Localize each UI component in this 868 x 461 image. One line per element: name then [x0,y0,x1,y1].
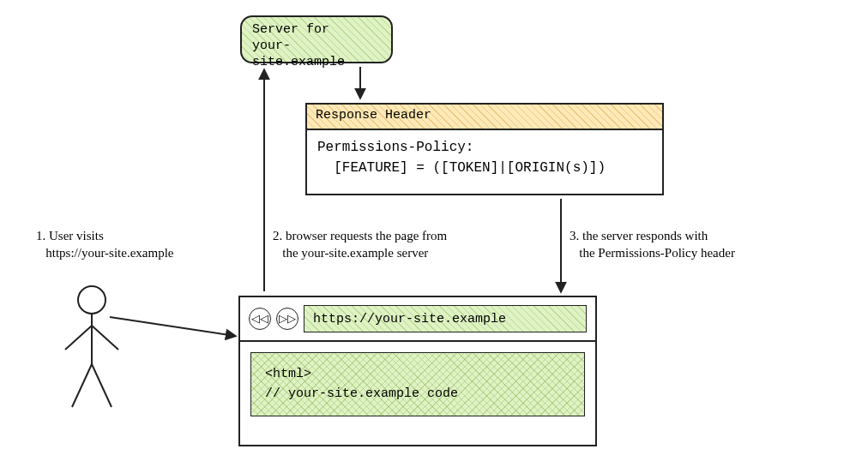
svg-point-0 [78,286,105,314]
svg-line-2 [65,326,92,350]
browser-window: ◁◁ ▷▷ https://your-site.example <html> /… [238,296,597,446]
forward-button[interactable]: ▷▷ [276,308,298,330]
address-text: https://your-site.example [313,312,506,326]
caption-step-2: 2. browser requests the page from the yo… [273,227,530,262]
code-box: <html> // your-site.example code [250,352,585,416]
svg-line-5 [92,364,112,407]
user-stick-figure [53,283,130,411]
caption-step-1: 1. User visits https://your-site.example [36,227,233,262]
policy-line-1: Permissions-Policy: [317,137,652,158]
svg-line-4 [72,364,92,407]
policy-line-2: [FEATURE] = ([TOKEN]|[ORIGIN(s)]) [317,158,652,178]
step2-line1: 2. browser requests the page from [273,227,530,244]
response-header-title: Response Header [307,105,662,130]
server-label-line1: Server for [252,22,381,39]
fast-forward-icon: ▷▷ [279,312,296,326]
response-header-box: Response Header Permissions-Policy: [FEA… [305,103,664,195]
step3-line2: the Permissions-Policy header [570,244,827,261]
address-bar[interactable]: https://your-site.example [304,305,587,332]
server-label-line2: your-site.example [252,39,381,71]
step1-line2: https://your-site.example [36,244,233,261]
svg-line-3 [92,326,118,350]
step2-line2: the your-site.example server [273,244,530,261]
caption-step-3: 3. the server responds with the Permissi… [570,227,827,262]
code-line-1: <html> [265,367,311,381]
code-line-2: // your-site.example code [265,386,458,401]
browser-toolbar: ◁◁ ▷▷ https://your-site.example [240,297,595,342]
server-box: Server for your-site.example [240,15,393,63]
step3-line1: 3. the server responds with [570,227,827,244]
step1-line1: 1. User visits [36,227,233,244]
browser-content: <html> // your-site.example code [240,342,595,427]
response-header-body: Permissions-Policy: [FEATURE] = ([TOKEN]… [307,130,662,185]
back-button[interactable]: ◁◁ [249,308,271,330]
rewind-icon: ◁◁ [251,312,268,326]
